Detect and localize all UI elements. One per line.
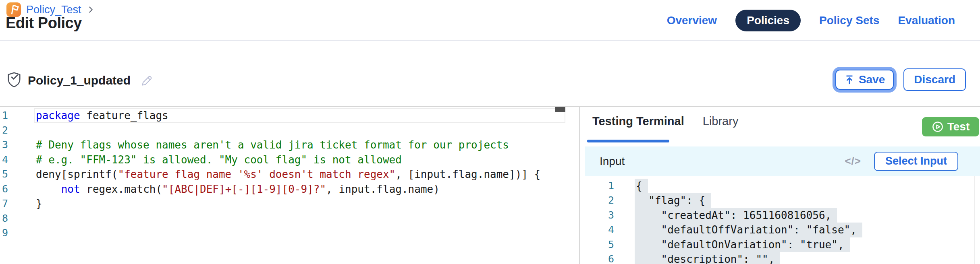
test-button[interactable]: Test: [922, 117, 979, 136]
code-text: package feature_flags: [36, 108, 168, 123]
code-text: not regex.match("[ABC|DEF]+[-][1-9][0-9]…: [36, 182, 440, 197]
code-view-icon[interactable]: </>: [842, 155, 864, 168]
json-text: {: [635, 179, 648, 193]
line-number: 1: [585, 179, 614, 193]
line-number: 5: [585, 237, 614, 252]
code-text: # Deny flags whose names aren't a valid …: [36, 138, 509, 153]
json-line: 4 "defaultOffVariation": "false",: [585, 223, 974, 237]
line-number: 3: [585, 208, 614, 223]
save-button[interactable]: Save: [835, 70, 894, 90]
code-text: # e.g. "FFM-123" is allowed. "My cool fl…: [36, 153, 402, 167]
policy-name: Policy_1_updated: [28, 74, 131, 87]
json-line: 2 "flag": {: [585, 193, 974, 208]
nav-tab-policies[interactable]: Policies: [735, 10, 801, 31]
json-line: 5 "defaultOnVariation": "true",: [585, 237, 974, 252]
json-line: 3 "createdAt": 1651160816056,: [585, 208, 974, 223]
code-text: }: [36, 196, 42, 211]
nav-tab-evaluation[interactable]: Evaluation: [898, 14, 955, 27]
module-nav: Overview Policies Policy Sets Evaluation: [667, 10, 955, 31]
input-json-viewer[interactable]: 1{2 "flag": {3 "createdAt": 165116081605…: [585, 177, 974, 264]
policy-code-editor[interactable]: 1package feature_flags23# Deny flags who…: [0, 107, 579, 264]
terminal-tabs: Testing Terminal Library: [592, 115, 738, 128]
workspace-top-border: [0, 106, 980, 107]
code-line: 1package feature_flags: [0, 108, 579, 123]
code-line: 8: [0, 211, 579, 226]
editor-scrollbar-track: [555, 107, 555, 264]
json-text: "defaultOffVariation": "false",: [635, 223, 862, 237]
line-number: 1: [0, 108, 8, 123]
discard-button[interactable]: Discard: [903, 68, 966, 91]
code-line: 3# Deny flags whose names aren't a valid…: [0, 138, 579, 153]
line-number: 4: [0, 153, 8, 167]
page-title: Edit Policy: [6, 14, 82, 32]
line-number: 5: [0, 167, 8, 182]
header-divider: [0, 40, 980, 41]
code-line: 9: [0, 226, 579, 241]
panel-divider: [579, 107, 580, 264]
chevron-right-icon: [86, 5, 95, 14]
json-line: 6 "description": "",: [585, 252, 974, 264]
line-number: 2: [585, 193, 614, 208]
line-number: 3: [0, 138, 8, 153]
line-number: 6: [585, 252, 614, 264]
policy-title-row: Policy_1_updated: [7, 72, 153, 89]
policy-actions: Save Discard: [833, 67, 966, 93]
line-number: 7: [0, 196, 8, 211]
editor-scrollbar-thumb[interactable]: [555, 107, 565, 112]
save-button-focus-ring: Save: [833, 67, 897, 93]
input-label: Input: [600, 155, 625, 168]
tab-library[interactable]: Library: [703, 115, 739, 128]
json-text: "description": "",: [635, 252, 780, 264]
code-line: 6 not regex.match("[ABC|DEF]+[-][1-9][0-…: [0, 182, 579, 197]
code-line: 5deny[sprintf("feature flag name '%s' do…: [0, 167, 579, 182]
tab-testing-terminal[interactable]: Testing Terminal: [592, 115, 684, 128]
json-text: "defaultOnVariation": "true",: [635, 237, 850, 252]
select-input-button[interactable]: Select Input: [874, 152, 958, 171]
input-header-bar: Input </> Select Input: [585, 146, 980, 176]
line-number: 9: [0, 226, 8, 241]
line-number: 6: [0, 182, 8, 197]
edit-name-pencil-icon[interactable]: [140, 74, 153, 87]
shield-check-icon: [7, 72, 21, 89]
json-scrollbar-track: [974, 176, 975, 264]
code-line: 7}: [0, 196, 579, 211]
code-text: deny[sprintf("feature flag name '%s' doe…: [36, 167, 540, 182]
nav-tab-policy-sets[interactable]: Policy Sets: [819, 14, 879, 27]
line-number: 4: [585, 223, 614, 237]
play-circle-icon: [932, 121, 944, 133]
line-number: 2: [0, 123, 8, 138]
line-number: 8: [0, 211, 8, 226]
nav-tab-overview[interactable]: Overview: [667, 14, 717, 27]
code-line: 4# e.g. "FFM-123" is allowed. "My cool f…: [0, 153, 579, 167]
code-line: 2: [0, 123, 579, 138]
json-line: 1{: [585, 179, 974, 193]
breadcrumb-project-link[interactable]: Policy_Test: [26, 4, 81, 16]
json-text: "createdAt": 1651160816056,: [635, 208, 837, 223]
active-tab-underline: [587, 140, 669, 142]
upload-icon: [844, 74, 855, 85]
json-text: "flag": {: [635, 193, 711, 208]
